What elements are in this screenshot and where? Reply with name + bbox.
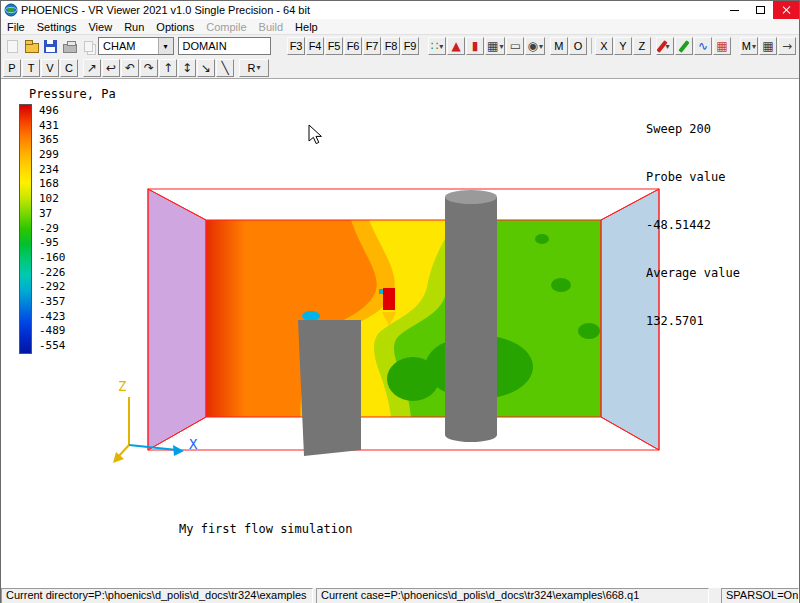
grid-button[interactable]: ▦▾ xyxy=(485,37,505,55)
legend-value: -292 xyxy=(39,280,66,295)
legend-value: 234 xyxy=(39,163,66,178)
menu-build: Build xyxy=(253,20,289,34)
mouse-control-button[interactable]: ∷▾ xyxy=(428,37,446,55)
legend-value: 299 xyxy=(39,148,66,163)
menu-file[interactable]: File xyxy=(1,20,31,34)
fkey-f6[interactable]: F6 xyxy=(344,37,362,55)
mouse-cursor xyxy=(309,125,321,144)
legend-value: -95 xyxy=(39,236,66,251)
menu-run[interactable]: Run xyxy=(118,20,150,34)
new-file-icon xyxy=(7,40,18,53)
legend-value: -160 xyxy=(39,251,66,266)
window-title: PHOENICS - VR Viewer 2021 v1.0 Single Pr… xyxy=(21,4,721,16)
view-t[interactable]: T xyxy=(22,59,40,77)
left-face[interactable] xyxy=(148,189,206,450)
move-up-button[interactable]: ↑ xyxy=(159,59,177,77)
legend-value: 37 xyxy=(39,207,66,222)
graph-button[interactable]: ∿ xyxy=(694,37,712,55)
toggle-m[interactable]: M xyxy=(550,37,568,55)
chevron-down-icon[interactable]: ▾ xyxy=(158,38,173,54)
run-arrow-button[interactable]: → xyxy=(778,37,796,55)
fkey-f3[interactable]: F3 xyxy=(287,37,305,55)
rotate-right-button[interactable]: ↷ xyxy=(140,59,158,77)
menu-help[interactable]: Help xyxy=(289,20,324,34)
edit-object-icon xyxy=(678,40,689,53)
fkey-group: F3F4F5F6F7F8F9 xyxy=(287,37,420,55)
save-icon xyxy=(44,40,57,53)
mesh-toggle-button[interactable]: ▦ xyxy=(713,37,731,55)
graph-icon: ∿ xyxy=(698,38,708,54)
maximize-button[interactable] xyxy=(747,1,773,19)
rotate-left-button[interactable]: ↶ xyxy=(121,59,139,77)
menu-options[interactable]: Options xyxy=(150,20,200,34)
fkey-f8[interactable]: F8 xyxy=(382,37,400,55)
probe-value: -48.51442 xyxy=(646,217,740,233)
run-arrow-icon: → xyxy=(782,38,792,54)
tilt-icon: ╲ xyxy=(221,60,228,76)
edit-probe-button[interactable]: ▾ xyxy=(656,37,674,55)
save-button[interactable] xyxy=(41,37,60,56)
fkey-f5[interactable]: F5 xyxy=(325,37,343,55)
domain-combo-value: DOMAIN xyxy=(183,40,227,52)
pressure-contour-plane xyxy=(206,220,601,417)
view-c[interactable]: C xyxy=(60,59,78,77)
probe-marker-icon: ▲ xyxy=(451,38,460,54)
rotate-button[interactable]: R ▾ xyxy=(239,59,269,77)
return-view-button[interactable]: ↩ xyxy=(102,59,120,77)
close-button[interactable] xyxy=(773,1,799,19)
minimize-button[interactable] xyxy=(721,1,747,19)
cylinder-object[interactable] xyxy=(445,190,497,442)
move-se-button[interactable]: ↘ xyxy=(197,59,215,77)
edit-object-button[interactable] xyxy=(675,37,693,55)
move-up-icon: ↑ xyxy=(163,60,173,76)
outline-button[interactable]: ▭ xyxy=(506,37,524,55)
status-case: Current case=P:\phoenics\d_polis\d_docs\… xyxy=(316,588,709,603)
menu-settings[interactable]: Settings xyxy=(31,20,83,34)
legend-value: -554 xyxy=(39,339,66,354)
fkey-f9[interactable]: F9 xyxy=(401,37,419,55)
menu-view[interactable]: View xyxy=(82,20,118,34)
cham-combo[interactable]: CHAM ▾ xyxy=(98,37,174,55)
domain-combo[interactable]: DOMAIN xyxy=(178,37,271,55)
zoom-button[interactable]: ↕ xyxy=(178,59,196,77)
grid-icon: ▦ xyxy=(487,38,498,54)
slice-icon: ▮ xyxy=(472,38,479,54)
legend-title: Pressure, Pa xyxy=(29,87,116,101)
menu-bar: FileSettingsViewRunOptionsCompileBuildHe… xyxy=(1,19,799,35)
new-file-button[interactable] xyxy=(3,37,22,56)
fkey-f7[interactable]: F7 xyxy=(363,37,381,55)
fkey-f4[interactable]: F4 xyxy=(306,37,324,55)
toolbar-view: PTVC ↗↩↶↷↑↕↘╲ R ▾ xyxy=(1,57,799,79)
monitor-button[interactable]: M ▾ xyxy=(740,37,758,55)
move-ne-button[interactable]: ↗ xyxy=(83,59,101,77)
viewpoint-button[interactable]: ◉▾ xyxy=(525,37,545,55)
scene-caption: My first flow simulation xyxy=(179,522,352,536)
sweep-count: Sweep 200 xyxy=(646,121,740,137)
legend-value: -357 xyxy=(39,295,66,310)
mouse-control-icon: ∷ xyxy=(431,38,439,54)
maximize-icon xyxy=(756,6,765,14)
view-p[interactable]: P xyxy=(3,59,21,77)
right-icon-group: ▦→ xyxy=(759,37,797,55)
rotate-button-label: R xyxy=(248,62,256,74)
slice-button[interactable]: ▮ xyxy=(466,37,484,55)
tilt-button[interactable]: ╲ xyxy=(216,59,234,77)
copy-button[interactable] xyxy=(79,37,98,56)
average-value-label: Average value xyxy=(646,265,740,281)
axis-z[interactable]: Z xyxy=(633,37,651,55)
rotate-right-icon: ↷ xyxy=(144,60,154,76)
dropdown-caret-icon: ▾ xyxy=(439,42,443,51)
dropdown-caret-icon: ▾ xyxy=(752,42,756,51)
probe-marker-button[interactable]: ▲ xyxy=(447,37,465,55)
block-object[interactable] xyxy=(298,320,361,456)
view-v[interactable]: V xyxy=(41,59,59,77)
toggle-o[interactable]: O xyxy=(569,37,587,55)
axis-x[interactable]: X xyxy=(595,37,613,55)
legend-value: -489 xyxy=(39,324,66,339)
title-bar[interactable]: PHOENICS - VR Viewer 2021 v1.0 Single Pr… xyxy=(1,1,799,19)
table-button[interactable]: ▦ xyxy=(759,37,777,55)
axis-y[interactable]: Y xyxy=(614,37,632,55)
app-icon xyxy=(4,3,18,17)
print-button[interactable] xyxy=(60,37,79,56)
open-folder-button[interactable] xyxy=(22,37,41,56)
